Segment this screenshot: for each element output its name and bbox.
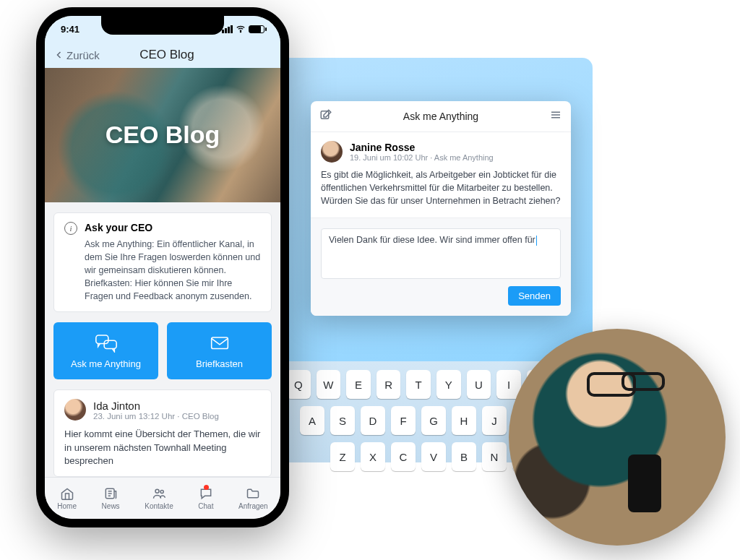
tab-home[interactable]: Home	[57, 486, 77, 510]
key-h[interactable]: H	[452, 406, 476, 435]
avatar	[64, 399, 86, 421]
ask-ceo-body: Ask me Anything: Ein öffentlicher Kanal,…	[85, 238, 261, 303]
key-j[interactable]: J	[482, 406, 507, 435]
key-z[interactable]: Z	[330, 442, 355, 471]
svg-rect-3	[104, 341, 116, 349]
phone-frame: 9:41 Zurück CEO Blog CEO Blog i Ask your	[36, 7, 289, 527]
key-w[interactable]: W	[317, 370, 341, 399]
compose-card: Ask me Anything Janine Rosse 19. Juni um…	[311, 101, 571, 316]
key-y[interactable]: Y	[436, 370, 461, 399]
profile-photo	[509, 329, 726, 546]
wifi-icon	[236, 24, 246, 34]
key-d[interactable]: D	[361, 406, 385, 435]
tab-requests[interactable]: Anfragen	[238, 486, 268, 510]
reply-input-value: Vielen Dank für diese Idee. Wir sind imm…	[329, 235, 535, 245]
contacts-icon	[152, 486, 166, 501]
nav-bar: Zurück CEO Blog	[45, 42, 280, 68]
key-v[interactable]: V	[421, 442, 446, 471]
home-icon	[60, 486, 74, 501]
key-f[interactable]: F	[391, 406, 416, 435]
post-body: Hier kommt eine Übersicht der Themen, di…	[64, 428, 261, 468]
key-g[interactable]: G	[421, 406, 446, 435]
post-author: Ida Jinton	[93, 400, 219, 412]
post-meta: 19. Juni um 10:02 Uhr · Ask me Anything	[350, 153, 494, 162]
post-author: Janine Rosse	[350, 142, 494, 153]
key-r[interactable]: R	[377, 370, 401, 399]
mailbox-button[interactable]: Briefkasten	[167, 322, 272, 379]
tab-contacts[interactable]: Kontakte	[145, 486, 173, 510]
nav-title: CEO Blog	[107, 48, 227, 62]
key-a[interactable]: A	[300, 406, 324, 435]
svg-point-6	[155, 489, 159, 493]
post-meta: 23. Juni um 13:12 Uhr · CEO Blog	[93, 412, 219, 421]
tab-chat[interactable]: Chat	[198, 486, 213, 510]
ask-anything-label: Ask me Anything	[71, 358, 141, 369]
tab-news[interactable]: News	[102, 486, 120, 510]
ask-ceo-title: Ask your CEO	[85, 222, 152, 233]
tab-bar: Home News Kontakte Chat Anfragen	[45, 477, 280, 519]
svg-rect-4	[211, 337, 228, 349]
reply-input[interactable]: Vielen Dank für diese Idee. Wir sind imm…	[321, 228, 561, 279]
key-u[interactable]: U	[467, 370, 491, 399]
mailbox-label: Briefkasten	[196, 358, 243, 369]
info-icon: i	[64, 222, 77, 235]
key-c[interactable]: C	[391, 442, 416, 471]
hero-image: CEO Blog	[45, 68, 280, 202]
phone-notch	[101, 16, 224, 35]
status-time: 9:41	[61, 24, 79, 35]
key-t[interactable]: T	[406, 370, 431, 399]
back-label: Zurück	[66, 49, 100, 61]
key-x[interactable]: X	[361, 442, 385, 471]
back-button[interactable]: Zurück	[55, 49, 100, 61]
chat-bubbles-icon	[94, 332, 119, 353]
key-b[interactable]: B	[452, 442, 476, 471]
svg-rect-2	[95, 336, 108, 344]
key-n[interactable]: N	[482, 442, 507, 471]
folder-icon	[246, 486, 260, 501]
envelope-icon	[207, 332, 232, 353]
hero-title: CEO Blog	[106, 121, 220, 149]
key-e[interactable]: E	[346, 370, 371, 399]
news-icon	[103, 486, 118, 501]
scroll-area[interactable]: CEO Blog i Ask your CEO Ask me Anything:…	[45, 68, 280, 477]
blog-post[interactable]: Ida Jinton 23. Juni um 13:12 Uhr · CEO B…	[53, 389, 272, 477]
compose-title: Ask me Anything	[403, 111, 478, 122]
key-s[interactable]: S	[330, 406, 355, 435]
ask-ceo-card: i Ask your CEO Ask me Anything: Ein öffe…	[53, 212, 272, 313]
avatar	[321, 141, 343, 163]
ask-anything-button[interactable]: Ask me Anything	[53, 322, 158, 379]
hamburger-icon[interactable]	[549, 108, 562, 124]
send-button[interactable]: Senden	[508, 286, 561, 306]
svg-point-1	[240, 32, 241, 33]
key-q[interactable]: Q	[286, 370, 311, 399]
compose-new-icon[interactable]	[319, 108, 332, 124]
svg-point-7	[160, 490, 163, 493]
battery-icon	[249, 25, 264, 33]
post-body: Es gibt die Möglichkeit, als Arbeitgeber…	[321, 168, 561, 207]
